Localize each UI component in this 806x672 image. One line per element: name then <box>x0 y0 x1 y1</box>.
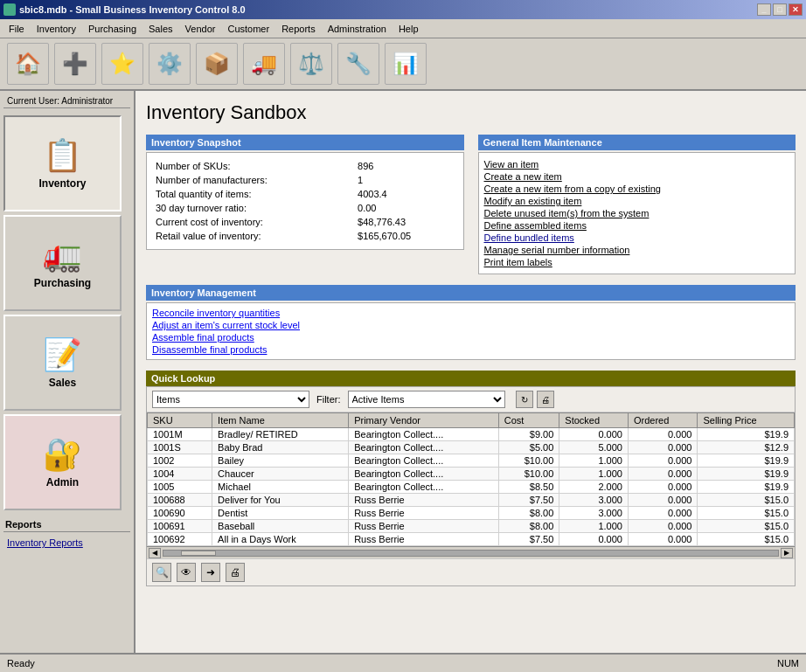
maintenance-link[interactable]: Create a new item from a copy of existin… <box>484 183 790 195</box>
home-icon: 🏠 <box>15 52 41 76</box>
table-cell-vendor: Bearington Collect.... <box>349 428 499 441</box>
snapshot-row: Current cost of inventory:$48,776.43 <box>154 216 456 228</box>
table-cell-sku: 100692 <box>148 533 212 546</box>
print-icon-btn[interactable]: 🖨 <box>537 391 554 408</box>
toolbar: 🏠 ➕ ⭐ ⚙️ 📦 🚚 ⚖️ 🔧 📊 <box>0 38 806 91</box>
inventory-management-header: Inventory Management <box>146 285 796 301</box>
table-cell-cost: $10.00 <box>498 468 559 481</box>
menu-reports[interactable]: Reports <box>276 22 321 36</box>
toolbar-btn-scale[interactable]: ⚖️ <box>290 43 332 85</box>
table-cell-sku: 100691 <box>148 520 212 533</box>
menu-bar: File Inventory Purchasing Sales Vendor C… <box>0 19 806 38</box>
maintenance-link[interactable]: Print item labels <box>484 256 790 268</box>
scroll-right-btn[interactable]: ▶ <box>781 548 793 558</box>
snapshot-label: Number of SKUs: <box>154 160 349 172</box>
status-bar: Ready NUM <box>0 653 806 672</box>
table-row[interactable]: 100692All in a Days WorkRuss Berrie$7.50… <box>148 533 795 546</box>
menu-purchasing[interactable]: Purchasing <box>83 22 142 36</box>
sidebar-item-inventory[interactable]: 📋 Inventory <box>3 115 122 211</box>
table-row[interactable]: 1002BaileyBearington Collect....$10.001.… <box>148 454 795 468</box>
table-cell-ordered: 0.000 <box>628 468 698 481</box>
toolbar-btn-home[interactable]: 🏠 <box>7 43 49 85</box>
minimize-button[interactable]: _ <box>757 3 771 16</box>
view-btn[interactable]: 👁 <box>177 563 196 582</box>
toolbar-btn-tools[interactable]: 🔧 <box>337 43 379 85</box>
table-cell-name: Baseball <box>212 520 349 533</box>
menu-file[interactable]: File <box>3 22 30 36</box>
table-column-header: SKU <box>148 413 212 428</box>
menu-customer[interactable]: Customer <box>222 22 274 36</box>
content-area: Inventory Sandbox Inventory Snapshot Num… <box>135 91 806 653</box>
table-row[interactable]: 1001SBaby BradBearington Collect....$5.0… <box>148 441 795 454</box>
table-cell-vendor: Russ Berrie <box>349 533 499 546</box>
table-cell-stocked: 2.000 <box>559 481 629 494</box>
general-item-maintenance-header: General Item Maintenance <box>478 135 796 150</box>
print2-btn[interactable]: 🖨 <box>226 563 245 582</box>
toolbar-btn-spreadsheet[interactable]: 📊 <box>385 43 427 85</box>
toolbar-btn-settings[interactable]: ⚙️ <box>149 43 191 85</box>
navigate-btn[interactable]: ➜ <box>201 563 220 582</box>
invmgmt-link[interactable]: Reconcile inventory quantities <box>152 307 789 319</box>
table-row[interactable]: 100688Deliver for YouRuss Berrie$7.503.0… <box>148 494 795 507</box>
maintenance-link[interactable]: Define assembled items <box>484 219 790 232</box>
menu-sales[interactable]: Sales <box>143 22 178 36</box>
sidebar-item-sales[interactable]: 📝 Sales <box>3 315 122 411</box>
current-user-label: Current User: Administrator <box>3 94 130 108</box>
table-column-header: Selling Price <box>698 413 795 428</box>
snapshot-row: Retail value of inventory:$165,670.05 <box>154 230 456 242</box>
snapshot-label: 30 day turnover ratio: <box>154 202 349 214</box>
maintenance-link[interactable]: Manage serial number information <box>484 244 790 256</box>
menu-inventory[interactable]: Inventory <box>31 22 81 36</box>
table-cell-cost: $8.00 <box>498 507 559 520</box>
snapshot-table: Number of SKUs:896Number of manufacturer… <box>152 158 458 244</box>
refresh-icon-btn[interactable]: ↻ <box>516 391 533 408</box>
table-column-header: Ordered <box>628 413 698 428</box>
toolbar-btn-add[interactable]: ➕ <box>54 43 96 85</box>
horizontal-scrollbar[interactable]: ◀ ▶ <box>147 546 795 558</box>
invmgmt-link[interactable]: Disassemble final products <box>152 343 789 356</box>
toolbar-btn-bookmark[interactable]: ⭐ <box>101 43 143 85</box>
search-btn[interactable]: 🔍 <box>152 563 171 582</box>
maintenance-link[interactable]: Modify an existing item <box>484 195 790 207</box>
lookup-filter-select[interactable]: Active ItemsAll ItemsInactive Items <box>348 391 505 408</box>
inventory-reports-link[interactable]: Inventory Reports <box>3 536 130 550</box>
window-controls: _ □ ✕ <box>757 3 803 16</box>
table-cell-ordered: 0.000 <box>628 520 698 533</box>
table-row[interactable]: 1004ChaucerBearington Collect....$10.001… <box>148 468 795 481</box>
quick-lookup-header: Quick Lookup <box>146 371 796 386</box>
close-button[interactable]: ✕ <box>789 3 803 16</box>
sidebar-item-purchasing[interactable]: 🚛 Purchasing <box>3 215 122 311</box>
snapshot-row: Total quantity of items:4003.4 <box>154 188 456 200</box>
toolbar-btn-package[interactable]: 📦 <box>196 43 238 85</box>
maintenance-link[interactable]: Create a new item <box>484 170 790 183</box>
maintenance-link[interactable]: Delete unused item(s) from the system <box>484 207 790 219</box>
maintenance-link[interactable]: View an item <box>484 158 790 170</box>
menu-vendor[interactable]: Vendor <box>180 22 221 36</box>
data-table: SKUItem NamePrimary VendorCostStockedOrd… <box>147 412 795 546</box>
lookup-type-select[interactable]: ItemsVendorsCustomersOrders <box>152 391 309 408</box>
menu-adminstration[interactable]: Adminstration <box>323 22 392 36</box>
table-row[interactable]: 100690DentistRuss Berrie$8.003.0000.000$… <box>148 507 795 520</box>
package-icon: 📦 <box>204 52 230 76</box>
table-cell-cost: $10.00 <box>498 454 559 468</box>
table-row[interactable]: 1001MBradley/ RETIREDBearington Collect.… <box>148 428 795 441</box>
num-lock-indicator: NUM <box>777 658 799 669</box>
snapshot-label: Current cost of inventory: <box>154 216 349 228</box>
menu-help[interactable]: Help <box>393 22 424 36</box>
scroll-left-btn[interactable]: ◀ <box>149 548 161 558</box>
toolbar-btn-truck[interactable]: 🚚 <box>243 43 285 85</box>
snapshot-label: Total quantity of items: <box>154 188 349 200</box>
sidebar-item-admin[interactable]: 🔐 Admin <box>3 414 122 510</box>
table-cell-cost: $7.50 <box>498 494 559 507</box>
maximize-button[interactable]: □ <box>773 3 787 16</box>
table-cell-price: $15.0 <box>698 533 795 546</box>
table-row[interactable]: 1005MichaelBearington Collect....$8.502.… <box>148 481 795 494</box>
invmgmt-link[interactable]: Assemble final products <box>152 331 789 343</box>
inventory-snapshot-header: Inventory Snapshot <box>146 135 464 150</box>
snapshot-value: $48,776.43 <box>351 216 455 228</box>
table-cell-sku: 1004 <box>148 468 212 481</box>
maintenance-link[interactable]: Define bundled items <box>484 232 790 244</box>
invmgmt-link[interactable]: Adjust an item's current stock level <box>152 319 789 331</box>
table-cell-sku: 1002 <box>148 454 212 468</box>
table-row[interactable]: 100691BaseballRuss Berrie$8.001.0000.000… <box>148 520 795 533</box>
